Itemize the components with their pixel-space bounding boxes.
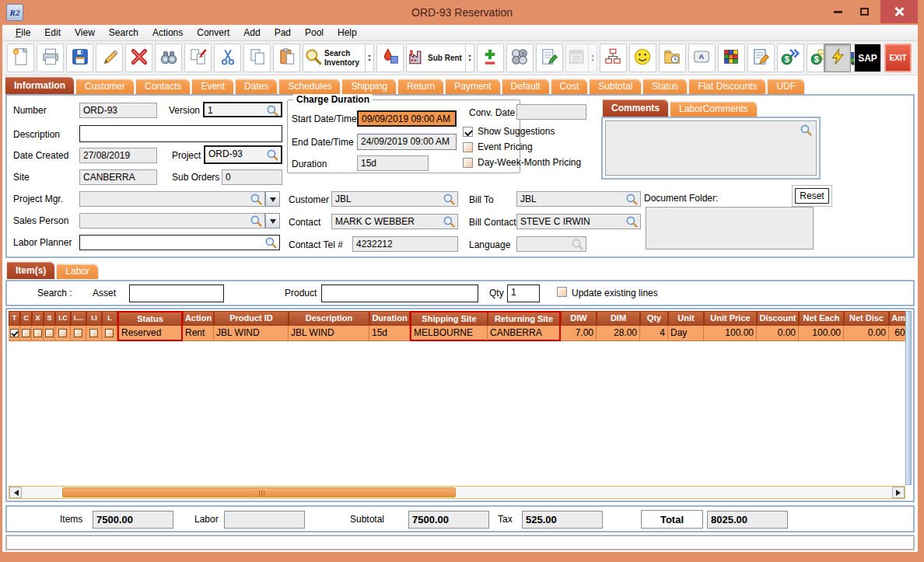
contact-tel-input[interactable]: 4232212 <box>352 236 458 252</box>
cell-unit[interactable]: Day <box>668 326 704 341</box>
tab-subtotal[interactable]: Subtotal <box>589 79 642 94</box>
row-checkbox-cell[interactable] <box>44 326 55 341</box>
product-search-input[interactable] <box>321 284 478 302</box>
menu-edit[interactable]: Edit <box>37 26 68 40</box>
unchecked-checkbox[interactable] <box>74 329 82 337</box>
sub-rent-dropdown-icon[interactable]: ▾▾ <box>465 44 474 72</box>
row-checkbox-cell[interactable] <box>55 326 71 341</box>
calendar-button[interactable]: ▾▾ <box>565 44 597 72</box>
comments-search-icon[interactable] <box>800 124 813 137</box>
bill-to-input[interactable]: JBL <box>516 191 641 207</box>
row-checkbox-cell[interactable] <box>86 326 102 341</box>
calendar-dropdown-icon[interactable]: ▾▾ <box>588 44 597 72</box>
tab-schedules[interactable]: Schedules <box>278 79 341 94</box>
language-input[interactable] <box>516 236 586 252</box>
project-mgr-search-icon[interactable] <box>250 193 263 206</box>
unchecked-checkbox[interactable] <box>105 329 114 337</box>
color-cube-button[interactable] <box>718 44 745 72</box>
unchecked-checkbox[interactable] <box>33 329 42 337</box>
row-checkbox-cell[interactable] <box>71 326 86 341</box>
duration-input[interactable]: 15d <box>357 155 429 171</box>
cell-duration[interactable]: 15d <box>369 326 410 341</box>
menu-view[interactable]: View <box>68 26 102 40</box>
exit-button[interactable]: EXIT <box>884 44 912 72</box>
site-input[interactable]: CANBERRA <box>79 169 157 185</box>
reset-button[interactable]: Reset <box>795 188 829 204</box>
edit-pencil-button[interactable] <box>96 44 123 72</box>
cell-qty[interactable]: 4 <box>640 326 668 341</box>
minimize-button[interactable] <box>826 0 849 23</box>
scroll-right-button[interactable] <box>892 487 905 498</box>
tab-cost[interactable]: Cost <box>551 79 589 94</box>
tab-labor[interactable]: Labor <box>56 264 99 279</box>
customer-search-icon[interactable] <box>443 193 456 206</box>
cell-amount[interactable]: 600.00 <box>889 326 905 341</box>
print-button[interactable] <box>37 44 64 72</box>
menu-pad[interactable]: Pad <box>268 26 298 40</box>
menu-search[interactable]: Search <box>102 26 145 40</box>
tab-customer[interactable]: Customer <box>75 79 135 94</box>
binoculars-button[interactable] <box>155 44 182 72</box>
tab-default[interactable]: Default <box>502 79 550 94</box>
add-plus-button[interactable] <box>477 44 504 72</box>
bill-contact-search-icon[interactable] <box>625 215 639 229</box>
tab-event[interactable]: Event <box>191 79 234 94</box>
cell-net-disc[interactable]: 0.00 <box>844 326 889 341</box>
conv-date-input[interactable] <box>516 104 586 120</box>
maximize-button[interactable] <box>852 0 876 23</box>
unchecked-checkbox[interactable] <box>22 329 30 337</box>
project-input[interactable]: ORD-93 <box>204 145 282 164</box>
delete-button[interactable] <box>125 44 152 72</box>
labor-planner-search-icon[interactable] <box>264 236 278 250</box>
sap-button[interactable]: SAP <box>854 44 881 72</box>
show-suggestions-checkbox[interactable] <box>463 127 473 137</box>
row-checkbox-cell[interactable] <box>102 326 117 341</box>
tab-dates[interactable]: Dates <box>235 79 278 94</box>
scroll-left-button[interactable] <box>9 487 22 498</box>
tab-udf[interactable]: UDF <box>767 79 805 94</box>
row-checkbox-cell[interactable] <box>32 326 44 341</box>
event-pricing-checkbox[interactable] <box>463 142 473 152</box>
update-existing-checkbox[interactable] <box>557 287 567 297</box>
cell-shipping-site[interactable]: MELBOURNE <box>410 326 488 341</box>
cell-description[interactable]: JBL WIND <box>289 326 369 341</box>
comments-input[interactable] <box>605 120 817 176</box>
cell-status[interactable]: Reserved <box>117 326 183 341</box>
lightning-button[interactable] <box>824 44 851 72</box>
project-search-icon[interactable] <box>266 148 279 162</box>
project-mgr-dropdown-button[interactable] <box>265 191 280 207</box>
customer-input[interactable]: JBL <box>331 191 458 207</box>
horizontal-scroll-thumb[interactable] <box>62 487 456 497</box>
tab-payment[interactable]: Payment <box>445 79 500 94</box>
smiley-button[interactable] <box>629 44 656 72</box>
menu-actions[interactable]: Actions <box>145 26 190 40</box>
search-inventory-button[interactable]: Search Inventory▾▾ <box>303 44 374 72</box>
start-datetime-input[interactable]: 09/09/2019 09:00 AM <box>357 110 457 127</box>
bill-contact-input[interactable]: STEVE C IRWIN <box>516 214 641 229</box>
tab-flat-discounts[interactable]: Flat Discounts <box>688 79 766 94</box>
contact-input[interactable]: MARK C WEBBER <box>331 214 458 229</box>
cell-dim[interactable]: 28.00 <box>597 326 640 341</box>
copy-button[interactable] <box>243 44 271 72</box>
search-inventory-dropdown-icon[interactable]: ▾▾ <box>365 44 373 72</box>
pool-balls-button[interactable]: ? <box>506 44 534 72</box>
cell-action[interactable]: Rent <box>183 326 214 341</box>
sub-rent-button[interactable]: Sub Rent▾▾ <box>406 44 474 72</box>
save-button[interactable] <box>66 44 93 72</box>
org-chart-button[interactable] <box>600 44 627 72</box>
close-button[interactable] <box>880 0 918 23</box>
labor-planner-input[interactable] <box>79 235 280 250</box>
qty-input[interactable]: 1 <box>507 284 540 302</box>
asset-search-input[interactable] <box>129 284 224 302</box>
folder-clock-button[interactable] <box>659 44 686 72</box>
version-search-icon[interactable] <box>266 104 279 117</box>
cell-net-each[interactable]: 100.00 <box>799 326 844 341</box>
new-document-button[interactable] <box>7 44 34 72</box>
sales-person-input[interactable] <box>79 213 265 229</box>
description-input[interactable] <box>79 125 282 142</box>
tab-shipping[interactable]: Shipping <box>341 79 397 94</box>
tab-comments[interactable]: Comments <box>602 99 669 117</box>
keyboard-key-button[interactable]: A <box>688 44 716 72</box>
cell-unit-price[interactable]: 100.00 <box>704 326 757 341</box>
cell-diw[interactable]: 7.00 <box>561 326 597 341</box>
